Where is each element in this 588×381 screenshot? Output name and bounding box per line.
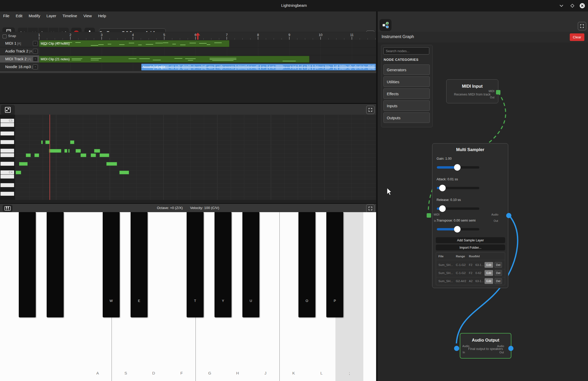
menu-view[interactable]: View — [80, 14, 95, 18]
black-key-label: W — [103, 299, 119, 303]
menu-help[interactable]: Help — [95, 14, 109, 18]
search-input[interactable] — [383, 47, 429, 55]
edit-button[interactable]: Edit — [485, 262, 493, 268]
midi-in-port[interactable] — [427, 213, 431, 218]
black-key[interactable] — [19, 212, 36, 317]
audio-out-port[interactable] — [506, 213, 511, 218]
black-key-W[interactable]: W — [103, 212, 120, 317]
menu-modify[interactable]: Modify — [26, 14, 43, 18]
midi-out-port[interactable] — [496, 90, 500, 94]
midi-note[interactable] — [119, 171, 129, 174]
node-multi-sampler[interactable]: Multi Sampler Gain: 1.00Attack: 0.01 ssR… — [432, 143, 508, 288]
timeline-ruler[interactable]: Snap 1234567891011 — [0, 32, 376, 40]
black-key-E[interactable]: E — [131, 212, 148, 317]
slider[interactable] — [437, 187, 479, 189]
category-effects[interactable]: Effects — [383, 88, 430, 99]
white-key[interactable] — [363, 212, 376, 381]
slider-thumb[interactable] — [439, 205, 446, 212]
clip-midi[interactable]: MIDI Clip (40 notes) — [39, 40, 229, 47]
track-tag: [A] — [28, 50, 32, 53]
node-graph-icon[interactable] — [379, 19, 391, 31]
fullscreen-icon[interactable] — [578, 22, 586, 30]
black-key-T[interactable]: T — [187, 212, 204, 317]
table-header: Range — [456, 255, 465, 258]
category-generators[interactable]: Generators — [383, 64, 430, 75]
midi-note[interactable] — [81, 153, 86, 157]
timeline-scrollbar[interactable] — [0, 71, 376, 73]
slider[interactable] — [437, 207, 479, 210]
track-mute-button[interactable]: - — [33, 49, 38, 54]
track-header-noodle-18-mp3[interactable]: Noodle 18.mp3 [A]- — [0, 63, 39, 71]
del-button[interactable]: Del — [494, 262, 502, 268]
category-outputs[interactable]: Outputs — [383, 112, 430, 123]
black-key-P[interactable]: P — [326, 212, 343, 317]
black-key-O[interactable]: O — [298, 212, 315, 317]
midi-note[interactable] — [100, 153, 109, 157]
midi-note[interactable] — [19, 162, 28, 166]
clip-editor-icon[interactable] — [1, 105, 15, 115]
midi-note[interactable] — [41, 140, 43, 144]
fullscreen-icon[interactable] — [366, 106, 375, 114]
midi-note[interactable] — [76, 149, 81, 153]
track-mute-button[interactable]: - — [33, 64, 38, 69]
add-sample-layer-button[interactable]: Add Sample Layer — [436, 237, 505, 243]
del-button[interactable]: Del — [494, 270, 502, 276]
white-key-label: L — [308, 371, 335, 375]
midi-note[interactable] — [49, 149, 61, 153]
slider[interactable] — [437, 228, 479, 230]
slider-thumb[interactable] — [454, 164, 461, 171]
midi-note[interactable] — [16, 171, 21, 174]
midi-note[interactable] — [70, 140, 74, 144]
midi-note[interactable] — [45, 140, 50, 144]
close-icon[interactable] — [579, 3, 585, 9]
track-tag: [A] — [16, 42, 21, 45]
clear-button[interactable]: Clear — [570, 33, 584, 41]
midi-note[interactable] — [106, 162, 117, 166]
piano-roll[interactable]: C5C4 — [0, 115, 376, 200]
track-header-midi-1[interactable]: MIDI 1 [A]- — [0, 40, 39, 47]
menu-timeline[interactable]: Timeline — [59, 14, 80, 18]
snap-checkbox[interactable] — [3, 34, 7, 38]
slider-thumb[interactable] — [454, 226, 461, 233]
clip-audio[interactable]: Noodle 18.mp3 — [141, 64, 376, 70]
black-key-U[interactable]: U — [242, 212, 259, 317]
import-folder-button[interactable]: Import Folder... — [436, 245, 505, 251]
sample-layer-table: FileRangeRootVelSum_SH...C-1-G2F263-1...… — [436, 252, 505, 285]
node-midi-input[interactable]: MIDI Input Receives MIDI from track MIDI… — [446, 79, 498, 103]
midi-note[interactable] — [68, 149, 70, 153]
menu-edit[interactable]: Edit — [13, 14, 26, 18]
maximize-icon[interactable] — [569, 3, 575, 9]
mini-white-key — [1, 140, 14, 144]
clip-midi[interactable]: MIDI Clip (21 notes) — [39, 56, 309, 63]
edit-button[interactable]: Edit — [485, 270, 493, 276]
table-header: Vel — [475, 255, 480, 258]
midi-note[interactable] — [64, 149, 67, 153]
node-audio-output[interactable]: Audio Output Final output to speakers Au… — [460, 333, 511, 359]
audio-out-port[interactable] — [508, 346, 513, 351]
minimize-icon[interactable] — [558, 3, 565, 9]
del-button[interactable]: Del — [494, 278, 502, 284]
virtual-keyboard[interactable]: ASDFGHJKL;WETYUOP — [0, 212, 376, 381]
menu-layer[interactable]: Layer — [43, 14, 59, 18]
category-inputs[interactable]: Inputs — [383, 100, 430, 111]
edit-button[interactable]: Edit — [485, 278, 493, 284]
midi-note[interactable] — [26, 153, 31, 157]
midi-note[interactable] — [91, 153, 96, 157]
midi-note[interactable] — [94, 149, 100, 153]
menu-file[interactable]: File — [3, 14, 13, 18]
fullscreen-icon[interactable] — [366, 204, 375, 213]
track-mute-button[interactable]: - — [33, 57, 38, 62]
track-header-midi-track-2[interactable]: MIDI Track 2 [A]- — [0, 55, 39, 63]
audio-in-port[interactable] — [454, 346, 459, 351]
category-utilities[interactable]: Utilities — [383, 76, 430, 87]
port-label: MIDI — [489, 90, 494, 93]
black-key-Y[interactable]: Y — [215, 212, 231, 317]
slider[interactable] — [437, 166, 479, 169]
midi-note[interactable] — [34, 153, 39, 157]
graph-canvas[interactable]: NODE CATEGORIES GeneratorsUtilitiesEffec… — [378, 43, 588, 381]
slider-thumb[interactable] — [439, 185, 446, 191]
track-header-audio-track-2[interactable]: Audio Track 2 [A]- — [0, 47, 39, 55]
track-mute-button[interactable]: - — [33, 41, 38, 46]
black-key[interactable] — [47, 212, 64, 317]
black-key-label: T — [187, 299, 203, 303]
